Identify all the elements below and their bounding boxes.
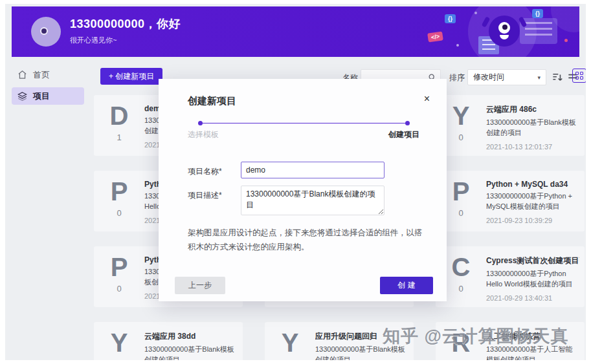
project-initial-block: P 0 — [102, 254, 137, 301]
stepper-dot-1 — [198, 121, 203, 125]
greeting-title: 13300000000，你好 — [70, 16, 181, 32]
deco-dot — [564, 39, 568, 42]
greeting-subtitle: 很开心遇见你~ — [70, 36, 181, 45]
project-description: 13300000000基于Blank模板创建的项目 — [486, 118, 579, 138]
project-description: 13300000000基于Blank模板创建的项目 — [144, 345, 238, 360]
project-initial-block: P 0 — [102, 178, 137, 225]
chevron-down-icon: ▾ — [537, 74, 541, 81]
project-timestamp: 2021-10-13 12:01:37 — [486, 143, 579, 151]
user-avatar[interactable] — [31, 17, 61, 47]
modal-note: 架构图是应用设计的起点，接下来您将通过选择合适的组件，以搭积木的方式来设计您的应… — [188, 226, 429, 255]
project-initial-block: Y — [102, 330, 137, 360]
stepper-line — [201, 123, 407, 123]
sidebar: 首页 项目 — [12, 66, 84, 109]
modal-title: 创建新项目 — [188, 95, 236, 107]
sidebar-item-label: 项目 — [33, 91, 50, 102]
project-card-body: 云端应用 486c 13300000000基于Blank模板创建的项目 2021… — [486, 103, 579, 149]
step-create-project: 创建项目 — [388, 129, 419, 140]
project-description: 13300000000基于Python + MySQL模板创建的项目 — [486, 191, 579, 212]
project-initial: Y — [443, 103, 478, 129]
project-card-body: Python + MySQL da34 13300000000基于Python … — [486, 178, 579, 225]
project-title: 云端应用 486c — [486, 104, 579, 115]
braces-chip-icon-2: {} — [532, 9, 543, 18]
sidebar-item-label: 首页 — [33, 69, 50, 81]
project-initial-block: P 0 — [443, 178, 478, 225]
project-initial: P — [443, 178, 478, 204]
sort-descending-icon[interactable] — [552, 71, 564, 83]
project-count: 0 — [443, 133, 478, 142]
project-initial: D — [102, 103, 137, 129]
project-initial: C — [443, 254, 478, 280]
sort-select-value: 修改时间 — [473, 72, 504, 83]
sidebar-item-home[interactable]: 首页 — [12, 66, 84, 83]
project-initial-block: Y 0 — [443, 103, 478, 149]
project-timestamp: 2021-09-29 13:40:31 — [486, 294, 579, 302]
banner-texts: 13300000000，你好 很开心遇见你~ — [70, 16, 181, 45]
project-initial-block: D 1 — [102, 103, 137, 149]
sort-select[interactable]: 修改时间 ▾ — [467, 69, 546, 85]
project-card[interactable]: P 0 Python + MySQL da34 13300000000基于Pyt… — [436, 171, 585, 231]
project-timestamp: 2021-09-23 10:39:29 — [486, 217, 579, 224]
avatar-eye-icon — [40, 27, 48, 35]
project-card[interactable]: Y 0 云端应用 486c 13300000000基于Blank模板创建的项目 … — [436, 95, 585, 156]
home-icon — [17, 70, 27, 80]
sort-label: 排序 — [449, 72, 465, 83]
layers-icon — [17, 91, 27, 101]
project-count: 0 — [102, 208, 137, 218]
project-count: 0 — [102, 284, 137, 294]
create-project-button[interactable]: + 创建新项目 — [100, 68, 162, 85]
project-title: 云端应用 38dd — [144, 331, 238, 342]
sidebar-item-projects[interactable]: 项目 — [12, 87, 84, 105]
step-choose-template: 选择模板 — [188, 129, 219, 140]
project-card[interactable]: C 0 Cypress测试首次创建项目引导 13300000000基于Pytho… — [436, 246, 585, 307]
project-name-input[interactable] — [241, 162, 385, 178]
project-name-label: 项目名称* — [188, 166, 222, 177]
project-initial-block: C 0 — [443, 254, 478, 301]
stepper-dot-2 — [405, 121, 410, 125]
project-initial: Y — [273, 330, 307, 356]
project-desc-textarea[interactable]: 13300000000基于Blank模板创建的项目 — [241, 186, 385, 215]
project-initial-block: Y — [273, 330, 307, 360]
banner-illustration: {} {} </> — [418, 6, 579, 57]
project-description: 13300000000基于Python Hello World模板创建的项目 — [486, 269, 579, 290]
grid-view-icon[interactable] — [572, 69, 586, 83]
deco-dot — [474, 12, 477, 14]
close-icon[interactable]: × — [424, 93, 430, 105]
project-card-body: Cypress测试首次创建项目引导 13300000000基于Python He… — [486, 254, 579, 301]
create-project-modal: 创建新项目 × 选择模板 创建项目 项目名称* 项目描述* 1330000000… — [159, 79, 447, 301]
app-window: 13300000000，你好 很开心遇见你~ {} {} </> — [5, 4, 586, 360]
mascot-icon — [489, 16, 520, 47]
project-initial: P — [102, 178, 137, 204]
braces-chip-icon: {} — [445, 14, 456, 23]
project-title: Python + MySQL da34 — [486, 180, 579, 189]
previous-step-button[interactable]: 上一步 — [175, 277, 225, 294]
project-count: 1 — [102, 133, 137, 142]
screenshot-stage: 13300000000，你好 很开心遇见你~ {} {} </> — [0, 0, 591, 364]
deco-dot — [456, 44, 459, 47]
welcome-banner: 13300000000，你好 很开心遇见你~ {} {} </> — [12, 6, 579, 57]
project-title: Cypress测试首次创建项目引导 — [486, 255, 579, 266]
project-desc-label: 项目描述* — [188, 190, 222, 201]
code-chip-icon: </> — [427, 31, 443, 42]
project-count: 0 — [443, 208, 478, 218]
watermark-text: 知乎 @云计算圈杨天真 — [383, 325, 569, 348]
confirm-create-button[interactable]: 创 建 — [380, 277, 433, 294]
project-initial: P — [102, 254, 137, 280]
project-count: 0 — [443, 284, 478, 294]
project-initial: Y — [102, 330, 137, 356]
project-card-body: 云端应用 38dd 13300000000基于Blank模板创建的项目 — [144, 330, 238, 360]
project-card[interactable]: Y 云端应用 38dd 13300000000基于Blank模板创建的项目 — [94, 322, 243, 360]
